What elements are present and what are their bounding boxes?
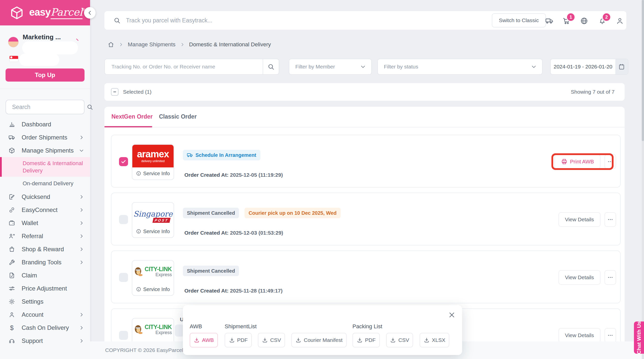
order-card-aramex: aramex delivery unlimited Service Info S…: [111, 135, 621, 188]
singapore-post-logo: Singapore POST: [132, 203, 174, 225]
chevron-right-icon: [180, 42, 185, 47]
cart-badge: 1: [567, 13, 575, 21]
breadcrumb-manage-shipments[interactable]: Manage Shipments: [128, 41, 176, 48]
courier-manifest-button[interactable]: Courier Manifest: [291, 333, 347, 347]
sidebar-item-account[interactable]: Account: [0, 308, 90, 321]
order-card-singapore-post: Singapore POST Service Info Shipment Can…: [111, 193, 621, 245]
sidebar-item-label: Wallet: [22, 220, 38, 227]
view-details-button[interactable]: View Details: [558, 270, 600, 285]
sidebar-search-input[interactable]: [12, 104, 87, 111]
status-text: Shipment Cancelled: [187, 268, 235, 274]
sidebar-item-manage-shipments[interactable]: Manage Shipments: [0, 144, 90, 157]
service-info-link[interactable]: Service Info: [132, 283, 174, 295]
download-awb-label: AWB: [202, 337, 214, 343]
switch-to-classic-button[interactable]: Switch to Classic: [492, 13, 546, 27]
close-button[interactable]: [448, 311, 456, 319]
print-awb-button[interactable]: Print AWB: [554, 154, 600, 169]
packinglist-csv-button[interactable]: CSV: [386, 333, 413, 347]
calendar-icon[interactable]: [615, 59, 628, 74]
sidebar-item-quicksend[interactable]: Quicksend: [0, 190, 90, 203]
singapore-wordmark: Singapore: [133, 210, 173, 218]
order-created-value: 2025-12-03 (01:53:29): [230, 230, 283, 236]
sidebar-item-cash-on-delivery[interactable]: $ Cash On Delivery: [0, 321, 90, 334]
sidebar-item-label: Shop & Reward: [22, 246, 64, 253]
cart-icon[interactable]: 1: [561, 16, 572, 26]
search-submit-button[interactable]: [263, 59, 279, 74]
citylink-wordmark: CITY-LINK: [145, 266, 172, 272]
sidebar-collapse-button[interactable]: [84, 7, 96, 19]
printer-icon: [561, 158, 568, 165]
shipmentlist-pdf-button[interactable]: PDF: [225, 333, 252, 347]
select-all-checkbox[interactable]: [111, 88, 118, 96]
top-up-button[interactable]: Top Up: [6, 68, 85, 82]
info-icon: [136, 229, 141, 234]
scrollbar-thumb[interactable]: [642, 0, 644, 141]
sidebar-item-dashboard[interactable]: Dashboard: [0, 118, 90, 131]
order-search-input[interactable]: [111, 64, 263, 70]
user-icon[interactable]: [615, 16, 625, 26]
sidebar-subitem-label: Domestic & International Delivery: [23, 160, 90, 174]
status-badge: Shipment Cancelled: [183, 266, 239, 276]
scrollbar[interactable]: [642, 0, 644, 359]
order-checkbox-unchecked[interactable]: [119, 331, 128, 340]
pickup-badge: Courier pick up on 10 Dec 2025, Wed: [245, 208, 341, 218]
order-card-citylink: CITY-LINK Express Service Info Shipment …: [111, 250, 621, 303]
chevron-right-icon: [79, 135, 84, 140]
status-text: Schedule In Arrangement: [195, 152, 256, 158]
selected-count-label: Selected (1): [123, 89, 151, 95]
sidebar-item-referral[interactable]: Referral: [0, 230, 90, 243]
sidebar-item-settings[interactable]: Settings: [0, 295, 90, 308]
shipmentlist-pdf-label: PDF: [237, 337, 248, 343]
order-checkbox-checked[interactable]: [119, 157, 128, 166]
sidebar-item-domestic-international-delivery[interactable]: Domestic & International Delivery: [0, 157, 90, 177]
sidebar-item-branding-tools[interactable]: Branding Tools: [0, 256, 90, 269]
sidebar-item-shop-reward[interactable]: Shop & Reward: [0, 243, 90, 256]
view-details-button[interactable]: View Details: [558, 212, 600, 227]
home-icon[interactable]: [108, 41, 114, 48]
more-actions-button[interactable]: [605, 212, 616, 227]
order-created-label: Order Created At:: [184, 172, 228, 178]
globe-icon[interactable]: [579, 16, 589, 26]
date-range-value: 2024-01-19 - 2026-01-20: [551, 64, 615, 70]
chat-with-us-tab[interactable]: Chat With Us: [634, 321, 644, 354]
filter-by-member-select[interactable]: Filter by Member: [289, 59, 372, 75]
citylink-mascot: [134, 267, 143, 277]
sidebar-item-order-shipments[interactable]: Order Shipments: [0, 131, 90, 144]
more-actions-button[interactable]: [605, 154, 616, 169]
service-info-link[interactable]: Service Info: [132, 225, 174, 237]
gear-icon: [8, 298, 15, 305]
easytrack-search-input[interactable]: [126, 17, 287, 24]
download-icon: [357, 337, 363, 343]
more-actions-button[interactable]: [605, 328, 616, 343]
sidebar-item-price-adjustment[interactable]: Price Adjustment: [0, 282, 90, 295]
packinglist-xlsx-button[interactable]: XLSX: [420, 333, 449, 347]
sidebar-item-claim[interactable]: Claim: [0, 269, 90, 282]
tab-classic-order[interactable]: Classic Order: [159, 113, 197, 120]
service-info-link[interactable]: Service Info: [132, 167, 174, 179]
filter-by-status-select[interactable]: Filter by status: [377, 59, 543, 75]
aramex-logo: aramex delivery unlimited: [132, 145, 174, 167]
truck-icon[interactable]: [544, 16, 554, 26]
sidebar-item-support[interactable]: Support: [0, 334, 90, 347]
chevron-right-icon: [79, 247, 84, 252]
order-checkbox-unchecked[interactable]: [119, 215, 128, 224]
chevron-right-icon: [119, 42, 123, 47]
view-details-button[interactable]: View Details: [558, 328, 600, 343]
sidebar-item-easyconnect[interactable]: EasyConnect: [0, 203, 90, 217]
download-awb-button[interactable]: AWB: [190, 333, 218, 347]
sidebar-item-wallet[interactable]: Wallet: [0, 217, 90, 230]
packinglist-pdf-button[interactable]: PDF: [352, 333, 380, 347]
date-range-picker[interactable]: 2024-01-19 - 2026-01-20: [550, 59, 628, 75]
tab-nextgen-order[interactable]: NextGen Order: [111, 113, 153, 120]
more-actions-button[interactable]: [605, 270, 616, 285]
order-checkbox-unchecked[interactable]: [119, 273, 128, 282]
sidebar-item-label: Settings: [22, 298, 44, 305]
order-created-line: Order Created At: 2025-12-05 (11:19:29): [184, 172, 283, 178]
person-icon: [8, 311, 15, 318]
sidebar-item-on-demand-delivery[interactable]: On-demand Delivery: [0, 177, 90, 190]
service-info-label: Service Info: [143, 171, 170, 176]
hidden-badge-fragment: [175, 325, 184, 337]
shipmentlist-csv-button[interactable]: CSV: [258, 333, 285, 347]
bell-icon[interactable]: 2: [597, 16, 607, 26]
sidebar-search-box: [6, 100, 85, 114]
